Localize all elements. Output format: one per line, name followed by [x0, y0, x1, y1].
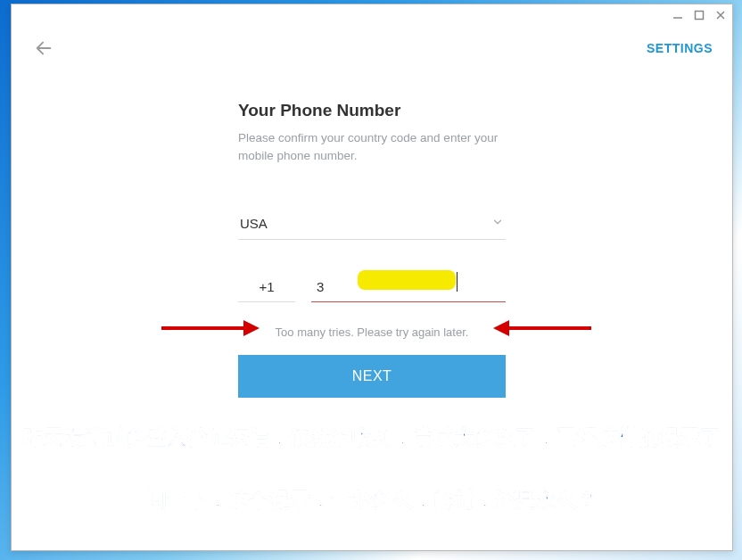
- close-button[interactable]: [714, 9, 727, 21]
- annotation-text-2: 问一下，这个提示，一般多久，解封，还是永久？: [12, 486, 732, 514]
- svg-rect-1: [696, 12, 704, 20]
- settings-link[interactable]: SETTINGS: [647, 41, 713, 55]
- page-title: Your Phone Number: [238, 101, 506, 120]
- minimize-button[interactable]: [672, 9, 684, 21]
- maximize-button[interactable]: [693, 9, 705, 21]
- header-bar: SETTINGS: [12, 26, 732, 65]
- login-form: Your Phone Number Please confirm your co…: [238, 101, 506, 398]
- app-window: SETTINGS Your Phone Number Please confir…: [11, 4, 733, 551]
- titlebar: [12, 4, 732, 26]
- country-select[interactable]: USA: [238, 210, 506, 240]
- annotation-text-1: 昨天发送过多登入验证短信，依然没收到，尝试太多次了，已经这样的提示了: [12, 424, 732, 451]
- country-label: USA: [240, 216, 268, 231]
- page-subtitle: Please confirm your country code and ent…: [238, 129, 506, 166]
- country-code-input[interactable]: [238, 274, 295, 302]
- error-message: Too many tries. Please try again later.: [238, 325, 506, 339]
- chevron-down-icon: [491, 216, 504, 232]
- redaction-highlight: [358, 270, 456, 290]
- next-button[interactable]: NEXT: [238, 355, 506, 398]
- back-button[interactable]: [31, 36, 56, 61]
- annotation-arrow-right: [493, 315, 591, 345]
- text-cursor: [457, 272, 458, 292]
- phone-row: [238, 274, 506, 302]
- phone-input-wrap: [311, 274, 506, 302]
